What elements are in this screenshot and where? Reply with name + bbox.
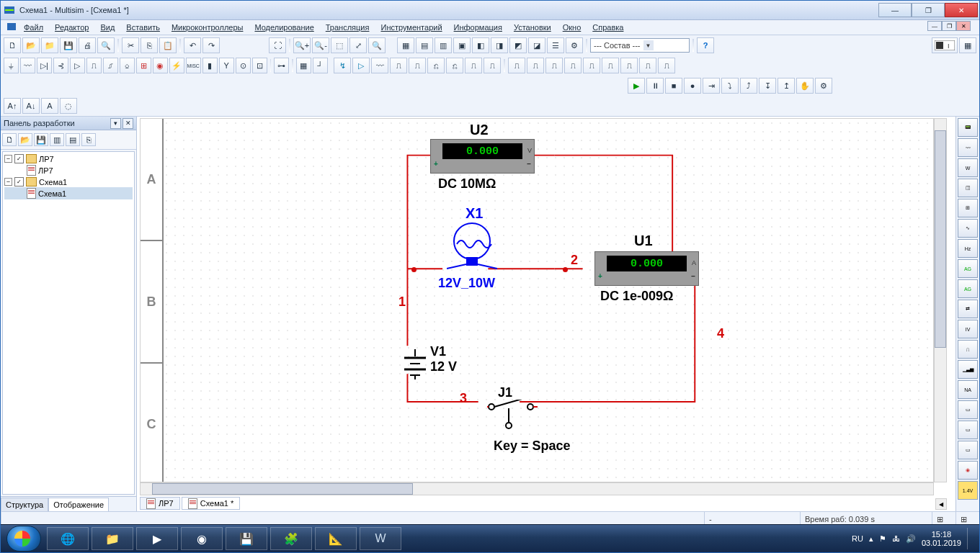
place-hier-button[interactable]: ┘ (313, 58, 328, 73)
instr-agilent2[interactable]: ▭ (958, 421, 978, 439)
instr-logic[interactable]: AG (958, 279, 978, 298)
tray-volume-icon[interactable]: 🔊 (906, 534, 916, 544)
menu-file[interactable]: Файл (19, 22, 48, 32)
probe-b4[interactable]: ⎍ (390, 58, 407, 73)
probe-b3[interactable]: 〰 (371, 58, 388, 73)
panel-close-button[interactable]: ✕ (122, 118, 133, 129)
menu-window[interactable]: Окно (558, 22, 586, 32)
tree-b6[interactable]: ⎘ (81, 133, 96, 146)
probe-c7[interactable]: ⎍ (620, 58, 638, 73)
task-ie[interactable]: 🌐 (47, 527, 89, 550)
mdi-close-button[interactable]: ✕ (956, 21, 971, 31)
instr-labview[interactable]: ◉ (958, 461, 978, 480)
tool-a7[interactable]: ◩ (509, 37, 527, 53)
print-button[interactable]: 🖨 (79, 37, 96, 53)
place-misc-button[interactable]: MISC (186, 58, 201, 73)
instr-wordgen[interactable]: AG (958, 259, 978, 278)
probe-c1[interactable]: ⎍ (508, 58, 525, 73)
instr-scope[interactable]: ◫ (958, 179, 978, 197)
instr-bode[interactable]: ∿ (958, 219, 978, 238)
save-button[interactable]: 💾 (60, 37, 77, 53)
tool-a1[interactable]: ▦ (397, 37, 414, 53)
task-chrome[interactable]: ◉ (181, 527, 223, 550)
instr-multimeter[interactable]: 📟 (958, 118, 978, 137)
layer-combo[interactable]: --- Состав --- ▼ (590, 38, 690, 53)
sim-switch[interactable]: I (932, 37, 958, 53)
copy-button[interactable]: ⎘ (141, 37, 158, 53)
tool-a2[interactable]: ▤ (416, 37, 433, 53)
sim-d6[interactable]: ↥ (778, 78, 795, 94)
show-desktop-button[interactable] (967, 528, 974, 549)
tray-lang[interactable]: RU (852, 534, 863, 543)
place-cmos-button[interactable]: ⎎ (103, 58, 118, 73)
place-opamp-button[interactable]: ▷ (70, 58, 85, 73)
probe-c4[interactable]: ⎍ (564, 58, 582, 73)
tray-network-icon[interactable]: 🖧 (892, 534, 900, 543)
new-button[interactable]: 🗋 (4, 37, 21, 53)
menu-options[interactable]: Установки (509, 22, 556, 32)
probe-b8[interactable]: ⎍ (465, 58, 482, 73)
place-rf-button[interactable]: Y (219, 58, 234, 73)
tray-flag-icon[interactable]: ⚑ (879, 534, 886, 544)
canvas-vscrollbar[interactable] (934, 118, 947, 482)
probe-c5[interactable]: ⎍ (583, 58, 600, 73)
instr-4scope[interactable]: ⊞ (958, 199, 978, 217)
tray-up-icon[interactable]: ▴ (869, 534, 873, 544)
sim-pause-switch[interactable]: ▦ (959, 37, 976, 53)
instr-network[interactable]: NA (958, 380, 978, 399)
cut-button[interactable]: ✂ (122, 37, 139, 53)
instr-freq[interactable]: Hz (958, 239, 978, 258)
task-save[interactable]: 💾 (226, 527, 267, 550)
place-indicator-button[interactable]: ◉ (153, 58, 168, 73)
tool-a10[interactable]: ⚙ (566, 37, 583, 53)
place-transistor-button[interactable]: ⊰ (53, 58, 68, 73)
task-explorer[interactable]: 📁 (92, 527, 133, 550)
probe-b1[interactable]: ↯ (334, 58, 351, 73)
start-button[interactable] (6, 526, 41, 552)
menu-info[interactable]: Информация (450, 22, 507, 32)
design-tree[interactable]: −✓ ЛР7 ЛР7 −✓ Схема1 Схема1 (2, 151, 135, 495)
battery-icon[interactable] (400, 349, 430, 379)
panel-tab-structure[interactable]: Структура (1, 498, 48, 511)
font-b4[interactable]: ◌ (60, 98, 77, 114)
tree-new-button[interactable]: 🗋 (2, 133, 17, 146)
canvas-tab[interactable]: ЛР7 (140, 497, 180, 510)
instr-agilent1[interactable]: ▭ (958, 400, 978, 419)
menu-simulate[interactable]: Моделирование (250, 22, 318, 32)
sim-d5[interactable]: ↧ (759, 78, 776, 94)
help-button[interactable]: ? (697, 37, 714, 53)
tool-a8[interactable]: ◪ (528, 37, 545, 53)
place-ttl-button[interactable]: ⎍ (86, 58, 102, 73)
window-maximize-button[interactable]: ❐ (912, 3, 945, 17)
probe-b9[interactable]: ⎍ (484, 58, 501, 73)
instr-probe[interactable]: 1.4V (958, 481, 978, 500)
paste-button[interactable]: 📋 (159, 37, 177, 53)
mdi-restore-button[interactable]: ❐ (942, 21, 956, 31)
place-misc-digital-button[interactable]: ⎐ (120, 58, 135, 73)
print-preview-button[interactable]: 🔍 (97, 37, 115, 53)
place-connector-button[interactable]: ⊶ (274, 58, 289, 73)
canvas-hscrollbar[interactable] (140, 482, 934, 495)
instr-distortion[interactable]: ⎍ (958, 340, 978, 359)
tree-doc-1[interactable]: ЛР7 (4, 164, 133, 176)
open-sample-button[interactable]: 📁 (41, 37, 58, 53)
instr-wattmeter[interactable]: W (958, 158, 978, 177)
instr-iv[interactable]: IV (958, 320, 978, 338)
instr-spectrum[interactable]: ▁▃▅ (958, 360, 978, 379)
menu-view[interactable]: Вид (96, 22, 119, 32)
zoom-area-button[interactable]: ⬚ (331, 37, 348, 53)
zoom-in-button[interactable]: 🔍+ (293, 37, 311, 53)
tree-project-1[interactable]: −✓ ЛР7 (4, 153, 133, 164)
tool-a3[interactable]: ▥ (435, 37, 452, 53)
tree-b4[interactable]: ▥ (50, 133, 64, 146)
place-mcu-button[interactable]: ▦ (296, 58, 311, 73)
step-out-button[interactable]: ⤴ (740, 78, 757, 94)
font-b3[interactable]: A (41, 98, 58, 114)
place-ground-button[interactable]: ⏚ (4, 58, 19, 73)
open-button[interactable]: 📂 (22, 37, 40, 53)
probe-c9[interactable]: ⎍ (658, 58, 675, 73)
canvas-tab[interactable]: Схема1 * (182, 497, 241, 510)
probe-b5[interactable]: ⎍ (409, 58, 426, 73)
tree-save-button[interactable]: 💾 (34, 133, 48, 146)
tool-a9[interactable]: ☰ (547, 37, 564, 53)
